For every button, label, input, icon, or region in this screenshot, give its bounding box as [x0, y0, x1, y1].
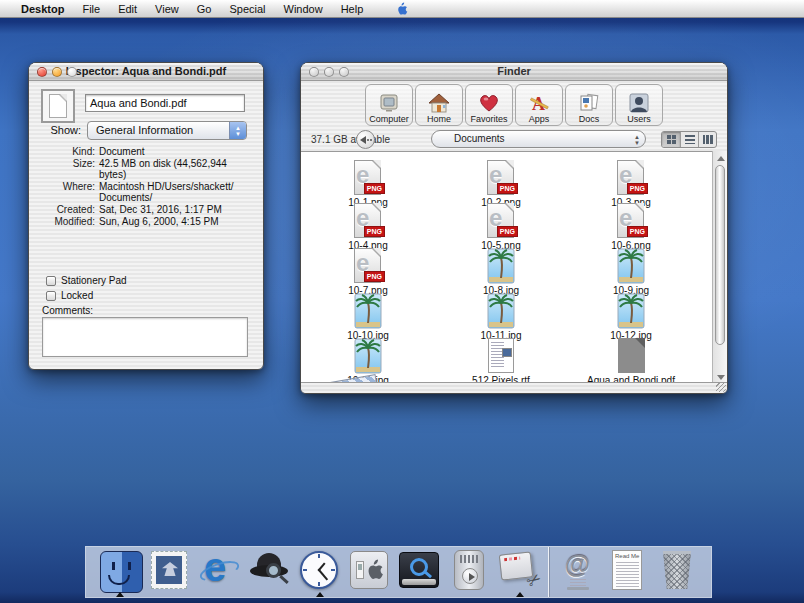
mail-stamp-icon: [148, 549, 191, 591]
menu-help[interactable]: Help: [332, 0, 373, 18]
toolbar-apps-button[interactable]: A Apps: [515, 84, 563, 126]
png-file-icon: ePNG: [350, 248, 386, 284]
dock-item-read-me[interactable]: Read Me: [606, 547, 649, 597]
toolbar-computer-button[interactable]: Computer: [365, 84, 413, 126]
dock-item-mail[interactable]: [148, 547, 191, 597]
internet-explorer-icon: e: [198, 549, 241, 591]
stationery-pad-checkbox[interactable]: Stationery Pad: [46, 273, 127, 288]
menu-go[interactable]: Go: [188, 0, 221, 18]
file-item[interactable]: ePNG 10-7.png: [313, 248, 423, 296]
back-button[interactable]: [356, 130, 375, 149]
close-button[interactable]: [309, 67, 319, 77]
pdf-file-icon: [613, 338, 649, 374]
file-item[interactable]: 10-12.jpg: [576, 293, 686, 341]
toolbar-button-label: Computer: [369, 114, 409, 124]
file-item[interactable]: ePNG 10-1.png: [313, 160, 423, 208]
finder-window-title: Finder: [497, 65, 531, 77]
list-view-button[interactable]: [680, 132, 698, 147]
dock-item-clock[interactable]: [298, 547, 341, 597]
info-section: Kind:Document Size:42.5 MB on disk (44,5…: [29, 146, 263, 228]
toolbar-favorites-button[interactable]: Favorites: [465, 84, 513, 126]
window-controls: [309, 67, 349, 77]
menu-desktop[interactable]: Desktop: [12, 0, 73, 18]
png-file-icon: ePNG: [350, 203, 386, 239]
system-preferences-icon: [348, 549, 391, 591]
window-controls: [37, 67, 77, 77]
column-view-button[interactable]: [698, 132, 716, 147]
checkbox-icon[interactable]: [46, 276, 56, 286]
dock-item-music-player[interactable]: [448, 547, 491, 597]
minimize-button[interactable]: [52, 67, 62, 77]
home-icon: [428, 93, 450, 113]
checkbox-icon[interactable]: [46, 291, 56, 301]
file-item[interactable]: ePNG 10-5.png: [446, 203, 556, 251]
toolbar-home-button[interactable]: Home: [415, 84, 463, 126]
png-file-icon: ePNG: [350, 160, 386, 196]
dock-item-grab[interactable]: ✂: [498, 547, 541, 597]
file-item[interactable]: ePNG 10-3.png: [576, 160, 686, 208]
list-view-icon: [685, 135, 695, 144]
apple-menu-icon[interactable]: [394, 2, 408, 16]
vertical-scrollbar[interactable]: [712, 151, 727, 385]
file-item[interactable]: 10-8.jpg: [446, 248, 556, 296]
zoom-button[interactable]: [339, 67, 349, 77]
menu-window[interactable]: Window: [275, 0, 332, 18]
file-item[interactable]: 10-11.jpg: [446, 293, 556, 341]
info-value: Sun, Aug 6, 2000, 4:15 PM: [99, 216, 249, 227]
file-item[interactable]: ePNG 10-2.png: [446, 160, 556, 208]
dock-item-mail-at-spring[interactable]: @: [556, 547, 599, 597]
dock-item-quicktime[interactable]: [398, 547, 441, 597]
finder-title-bar[interactable]: Finder: [301, 63, 727, 81]
dock-item-sherlock[interactable]: [248, 547, 291, 597]
info-value: 42.5 MB on disk (44,562,944 bytes): [99, 158, 249, 180]
scroll-up-icon[interactable]: [717, 156, 725, 161]
dock-item-system-preferences[interactable]: [348, 547, 391, 597]
comments-label: Comments:: [42, 305, 93, 316]
dock: e ✂ @ Read Me: [85, 546, 712, 598]
resize-grip[interactable]: [716, 383, 726, 392]
location-popup[interactable]: Documents ▲▼: [431, 130, 646, 148]
show-label: Show:: [50, 124, 81, 136]
jpeg-palm-file-icon: [350, 293, 386, 329]
toolbar-docs-button[interactable]: Docs: [565, 84, 613, 126]
running-indicator: [116, 592, 124, 597]
show-popup-value: General Information: [96, 124, 193, 136]
file-item[interactable]: 10-9.jpg: [576, 248, 686, 296]
dock-item-internet-explorer[interactable]: e: [198, 547, 241, 597]
inspector-window-title: Inspector: Aqua and Bondi.pdf: [66, 65, 226, 77]
menu-edit[interactable]: Edit: [109, 0, 146, 18]
dock-item-finder[interactable]: [98, 547, 141, 597]
info-label: Kind:: [29, 146, 99, 157]
finder-bottom-strip: [301, 382, 727, 393]
finder-icon: [100, 551, 143, 593]
scrollbar-thumb[interactable]: [715, 165, 725, 345]
dock-item-trash[interactable]: [656, 547, 699, 597]
toolbar-users-button[interactable]: Users: [615, 84, 663, 126]
trash-icon: [656, 549, 699, 591]
file-item[interactable]: 512 Pixels.rtf: [446, 338, 556, 385]
desktop: { "menu_bar": { "items": ["Desktop", "Fi…: [0, 0, 804, 603]
minimize-button[interactable]: [324, 67, 334, 77]
menu-file[interactable]: File: [73, 0, 109, 18]
file-item[interactable]: ePNG 10-4.png: [313, 203, 423, 251]
scroll-down-icon[interactable]: [717, 375, 725, 380]
jpeg-palm-file-icon: [483, 248, 519, 284]
toolbar-button-label: Users: [627, 114, 651, 124]
inspector-title-bar[interactable]: Inspector: Aqua and Bondi.pdf: [29, 63, 263, 81]
grab-icon: ✂: [498, 549, 541, 591]
menu-special[interactable]: Special: [220, 0, 274, 18]
info-label: Where:: [29, 181, 99, 203]
icon-view-button[interactable]: [662, 132, 680, 147]
comments-textarea[interactable]: [42, 317, 248, 357]
show-popup[interactable]: General Information ▲▼: [87, 121, 247, 140]
file-item[interactable]: 10-10.jpg: [313, 293, 423, 341]
close-button[interactable]: [37, 67, 47, 77]
zoom-button[interactable]: [67, 67, 77, 77]
read-me-icon: Read Me: [606, 549, 649, 591]
file-item[interactable]: ePNG 10-6.png: [576, 203, 686, 251]
menu-view[interactable]: View: [146, 0, 188, 18]
filename-field[interactable]: Aqua and Bondi.pdf: [85, 94, 245, 112]
menu-bar: Desktop File Edit View Go Special Window…: [0, 0, 804, 18]
file-item[interactable]: Aqua and Bondi.pdf: [576, 338, 686, 385]
locked-checkbox[interactable]: Locked: [46, 288, 127, 303]
